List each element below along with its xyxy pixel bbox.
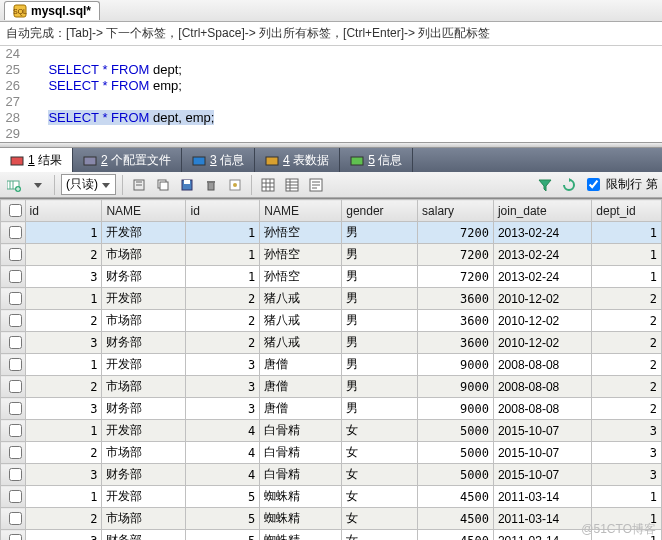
refresh-button[interactable] bbox=[559, 175, 579, 195]
cell[interactable]: 唐僧 bbox=[260, 398, 342, 420]
cell[interactable]: 3 bbox=[25, 398, 102, 420]
filter-button[interactable] bbox=[225, 175, 245, 195]
column-header[interactable]: NAME bbox=[260, 200, 342, 222]
cell[interactable]: 开发部 bbox=[102, 288, 186, 310]
cell[interactable]: 孙悟空 bbox=[260, 266, 342, 288]
cell[interactable]: 3 bbox=[186, 354, 260, 376]
table-row[interactable]: 2市场部4白骨精女50002015-10-073 bbox=[1, 442, 662, 464]
cell[interactable]: 男 bbox=[342, 310, 418, 332]
select-all-checkbox[interactable] bbox=[1, 200, 26, 222]
table-row[interactable]: 1开发部5蜘蛛精女45002011-03-141 bbox=[1, 486, 662, 508]
cell[interactable]: 9000 bbox=[418, 398, 494, 420]
cell[interactable]: 4 bbox=[186, 420, 260, 442]
row-checkbox[interactable] bbox=[1, 332, 26, 354]
cell[interactable]: 3 bbox=[25, 464, 102, 486]
cell[interactable]: 3 bbox=[25, 266, 102, 288]
cell[interactable]: 4500 bbox=[418, 508, 494, 530]
table-row[interactable]: 2市场部2猪八戒男36002010-12-022 bbox=[1, 310, 662, 332]
column-header[interactable]: NAME bbox=[102, 200, 186, 222]
cell[interactable]: 猪八戒 bbox=[260, 288, 342, 310]
cell[interactable]: 男 bbox=[342, 332, 418, 354]
cell[interactable]: 2013-02-24 bbox=[493, 244, 591, 266]
cell[interactable]: 开发部 bbox=[102, 420, 186, 442]
cell[interactable]: 孙悟空 bbox=[260, 222, 342, 244]
cell[interactable]: 市场部 bbox=[102, 376, 186, 398]
cell[interactable]: 7200 bbox=[418, 244, 494, 266]
cell[interactable]: 5000 bbox=[418, 464, 494, 486]
cell[interactable]: 4500 bbox=[418, 486, 494, 508]
table-row[interactable]: 1开发部2猪八戒男36002010-12-022 bbox=[1, 288, 662, 310]
cell[interactable]: 2 bbox=[25, 376, 102, 398]
cell[interactable]: 3600 bbox=[418, 288, 494, 310]
cell[interactable]: 2008-08-08 bbox=[493, 376, 591, 398]
result-tab-2[interactable]: 2 个配置文件 bbox=[73, 148, 182, 172]
cell[interactable]: 4500 bbox=[418, 530, 494, 541]
delete-button[interactable] bbox=[201, 175, 221, 195]
row-checkbox[interactable] bbox=[1, 420, 26, 442]
column-header[interactable]: salary bbox=[418, 200, 494, 222]
cell[interactable]: 7200 bbox=[418, 266, 494, 288]
copy-button[interactable] bbox=[153, 175, 173, 195]
export-button[interactable] bbox=[129, 175, 149, 195]
cell[interactable]: 男 bbox=[342, 266, 418, 288]
cell[interactable]: 3 bbox=[25, 332, 102, 354]
cell[interactable]: 女 bbox=[342, 442, 418, 464]
cell[interactable]: 3 bbox=[186, 376, 260, 398]
column-header[interactable]: dept_id bbox=[592, 200, 662, 222]
cell[interactable]: 男 bbox=[342, 288, 418, 310]
row-checkbox[interactable] bbox=[1, 530, 26, 541]
cell[interactable]: 蜘蛛精 bbox=[260, 508, 342, 530]
cell[interactable]: 1 bbox=[25, 222, 102, 244]
cell[interactable]: 1 bbox=[592, 244, 662, 266]
cell[interactable]: 财务部 bbox=[102, 266, 186, 288]
cell[interactable]: 3600 bbox=[418, 332, 494, 354]
cell[interactable]: 市场部 bbox=[102, 508, 186, 530]
table-row[interactable]: 2市场部5蜘蛛精女45002011-03-141 bbox=[1, 508, 662, 530]
cell[interactable]: 2010-12-02 bbox=[493, 310, 591, 332]
cell[interactable]: 开发部 bbox=[102, 354, 186, 376]
cell[interactable]: 2015-10-07 bbox=[493, 420, 591, 442]
cell[interactable]: 女 bbox=[342, 486, 418, 508]
cell[interactable]: 1 bbox=[592, 508, 662, 530]
cell[interactable]: 2 bbox=[25, 442, 102, 464]
cell[interactable]: 1 bbox=[25, 288, 102, 310]
table-row[interactable]: 2市场部3唐僧男90002008-08-082 bbox=[1, 376, 662, 398]
cell[interactable]: 3 bbox=[186, 398, 260, 420]
cell[interactable]: 2 bbox=[25, 508, 102, 530]
cell[interactable]: 白骨精 bbox=[260, 442, 342, 464]
cell[interactable]: 3 bbox=[592, 420, 662, 442]
cell[interactable]: 5 bbox=[186, 508, 260, 530]
table-row[interactable]: 3财务部5蜘蛛精女45002011-03-141 bbox=[1, 530, 662, 541]
cell[interactable]: 9000 bbox=[418, 354, 494, 376]
table-row[interactable]: 3财务部4白骨精女50002015-10-073 bbox=[1, 464, 662, 486]
cell[interactable]: 5000 bbox=[418, 442, 494, 464]
cell[interactable]: 1 bbox=[592, 530, 662, 541]
form-view-button[interactable] bbox=[282, 175, 302, 195]
cell[interactable]: 蜘蛛精 bbox=[260, 486, 342, 508]
limit-rows-input[interactable] bbox=[587, 178, 600, 191]
cell[interactable]: 市场部 bbox=[102, 442, 186, 464]
cell[interactable]: 开发部 bbox=[102, 486, 186, 508]
cell[interactable]: 1 bbox=[25, 486, 102, 508]
cell[interactable]: 财务部 bbox=[102, 332, 186, 354]
cell[interactable]: 猪八戒 bbox=[260, 310, 342, 332]
cell[interactable]: 市场部 bbox=[102, 310, 186, 332]
cell[interactable]: 2 bbox=[25, 310, 102, 332]
cell[interactable]: 女 bbox=[342, 508, 418, 530]
row-checkbox[interactable] bbox=[1, 486, 26, 508]
row-checkbox[interactable] bbox=[1, 464, 26, 486]
row-checkbox[interactable] bbox=[1, 508, 26, 530]
cell[interactable]: 财务部 bbox=[102, 530, 186, 541]
result-tab-3[interactable]: 3 信息 bbox=[182, 148, 255, 172]
cell[interactable]: 2 bbox=[592, 288, 662, 310]
cell[interactable]: 2 bbox=[186, 310, 260, 332]
row-checkbox[interactable] bbox=[1, 442, 26, 464]
cell[interactable]: 女 bbox=[342, 530, 418, 541]
cell[interactable]: 白骨精 bbox=[260, 420, 342, 442]
cell[interactable]: 5 bbox=[186, 486, 260, 508]
cell[interactable]: 1 bbox=[186, 244, 260, 266]
readonly-selector[interactable]: (只读) bbox=[61, 174, 116, 195]
row-checkbox[interactable] bbox=[1, 244, 26, 266]
cell[interactable]: 男 bbox=[342, 398, 418, 420]
cell[interactable]: 女 bbox=[342, 464, 418, 486]
